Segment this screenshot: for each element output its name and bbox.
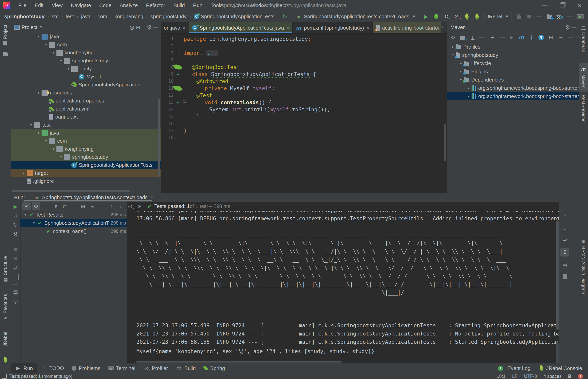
menu-item[interactable]: Code [95,0,115,11]
run-vtool-button[interactable] [12,255,19,261]
run-vtool-button[interactable] [12,213,19,219]
build-project-icon[interactable]: ↻ [282,13,287,20]
toolbar-action-button[interactable] [586,12,588,21]
run-vtool-button[interactable] [12,231,19,237]
run-configuration-select[interactable]: SpringbootstudyApplicationTests.contextL… [292,12,419,21]
project-tree-row[interactable]: ▾ springbootstudy [11,57,161,65]
console-tool-button[interactable] [560,273,569,281]
project-tree-row[interactable]: ▾ com [11,41,161,48]
run-vtool-button[interactable] [12,274,19,280]
breadcrumb-item[interactable]: src [45,14,58,20]
editor-tab[interactable]: pom.xml (springbootstudy) × [293,22,373,33]
maven-toolbar-button[interactable] [497,33,507,42]
maven-toolbar-button[interactable] [576,33,579,42]
breadcrumb-item[interactable]: test [58,14,74,20]
console-output[interactable]: 17:06:56.788 [main] DEBUG org.springfram… [127,211,559,360]
project-tree-row[interactable]: ▾ java [11,32,161,41]
toolbar-action-button[interactable] [514,12,524,21]
fold-marker[interactable] [174,56,180,63]
toolbar-action-button[interactable] [565,12,574,21]
breadcrumb-item[interactable]: java [74,14,90,20]
fold-marker[interactable] [182,63,188,71]
project-tree-row[interactable]: .gitignore [11,177,161,185]
code-area[interactable]: 1 package com.konghenying.springbootstud… [161,33,447,193]
project-tree-row[interactable]: application.properties [11,97,161,105]
test-result-row[interactable]: contextLoads() 298 ms [20,227,127,235]
fold-marker[interactable] [174,92,180,99]
toolbar-action-button[interactable] [422,12,431,21]
tool-strip-database[interactable]: Database [579,23,588,55]
console-scrollbar-lower[interactable] [556,342,559,363]
toolbar-action-button[interactable] [576,12,585,21]
maven-toolbar-button[interactable] [546,33,556,42]
breadcrumb-item[interactable]: konghenying [107,14,143,20]
maven-toolbar-button[interactable] [527,33,536,42]
menu-item[interactable]: Refactor [142,0,169,11]
run-vtool-button[interactable] [12,298,19,304]
fold-marker[interactable] [174,120,180,127]
tool-window-button[interactable]: Profiler [139,363,172,373]
maven-toolbar-button[interactable] [478,33,487,42]
event-log-button[interactable]: 1 Event Log [498,363,530,373]
console-tool-button[interactable] [560,248,569,256]
tool-strip-maven[interactable]: Maven [579,63,588,92]
test-result-row[interactable]: ▾ SpringbootstudyApplicationTest 298 ms [20,219,127,227]
status-message[interactable]: Tests passed: 1 (moments ago) [9,374,72,379]
test-result-row[interactable]: ▾ Test Results 298 ms [20,211,127,219]
maven-tree-row[interactable]: ▸ org.springframework.boot:spring-boot-s… [447,84,579,92]
run-vtool-button[interactable] [13,242,18,242]
gutter-icon[interactable] [173,63,182,71]
editor-scrollbar[interactable] [444,124,446,161]
tool-strip-project[interactable]: Project [2,25,8,45]
jrebel-select[interactable]: JRebel ▼ [484,12,512,21]
tool-strip-favorites[interactable]: ★ Favorites [2,294,8,321]
project-tree-row[interactable]: ▾ java [11,129,161,137]
test-toolbar-button[interactable] [32,202,40,210]
lock-icon[interactable] [568,376,571,378]
status-widget[interactable]: LF [512,374,517,379]
run-vtool-button[interactable] [12,204,19,209]
tool-window-button[interactable]: Build [172,363,200,373]
gear-icon[interactable] [564,24,571,30]
tool-strip-bpmn[interactable]: BPMN-Activiti-Diagram [579,235,588,297]
status-widget[interactable]: 18:1 [497,374,506,379]
maven-toolbar-button[interactable] [507,33,516,42]
gutter-icon[interactable] [174,99,182,105]
test-toolbar-button[interactable] [79,202,87,210]
breadcrumb-item[interactable]: com [90,14,107,20]
console-tool-button[interactable] [560,224,569,232]
toolbar-action-button[interactable] [545,12,554,21]
project-tree-row[interactable]: ▸ target [11,169,161,177]
maven-toolbar-button[interactable] [448,33,458,42]
close-button[interactable]: × [571,0,588,11]
close-tab-icon[interactable]: × [183,25,186,31]
fold-marker[interactable] [174,42,180,49]
maven-toolbar-button[interactable] [566,33,575,42]
fold-marker[interactable]: − [182,99,188,106]
run-vtool-button[interactable] [13,284,18,284]
project-tree-row[interactable]: ▾ konghenying [11,48,161,57]
fold-marker[interactable] [182,71,188,78]
fold-marker[interactable] [174,127,180,134]
project-scrollbar-vertical[interactable] [158,99,160,177]
maven-tree-row[interactable]: ▸ org.springframework.boot:spring-boot-s… [447,92,579,100]
project-tree-row[interactable]: Myself [11,73,161,81]
inspection-widget[interactable]: ✔ 1 ∧ ∨ [419,25,440,31]
maven-tree-row[interactable]: ▸ Lifecycle [447,59,579,67]
gear-icon[interactable] [146,24,153,30]
maven-toolbar-button[interactable] [537,33,546,42]
test-toolbar-button[interactable] [126,202,134,210]
console-scrollbar[interactable] [556,221,559,330]
menu-item[interactable]: Navigate [67,0,95,11]
close-tab-icon[interactable]: × [151,195,154,200]
run-vtool-button[interactable] [12,265,19,271]
fold-marker[interactable] [174,134,180,141]
notification-icon[interactable] [578,374,583,379]
test-toolbar-button[interactable] [88,202,97,210]
test-toolbar-button[interactable] [107,202,116,210]
project-tree-row[interactable]: ▾ konghenying [11,145,161,153]
console-tool-button[interactable] [560,212,569,220]
toolbar-action-button[interactable] [525,12,534,21]
run-vtool-button[interactable] [12,222,19,228]
console-tool-button[interactable] [560,236,569,244]
